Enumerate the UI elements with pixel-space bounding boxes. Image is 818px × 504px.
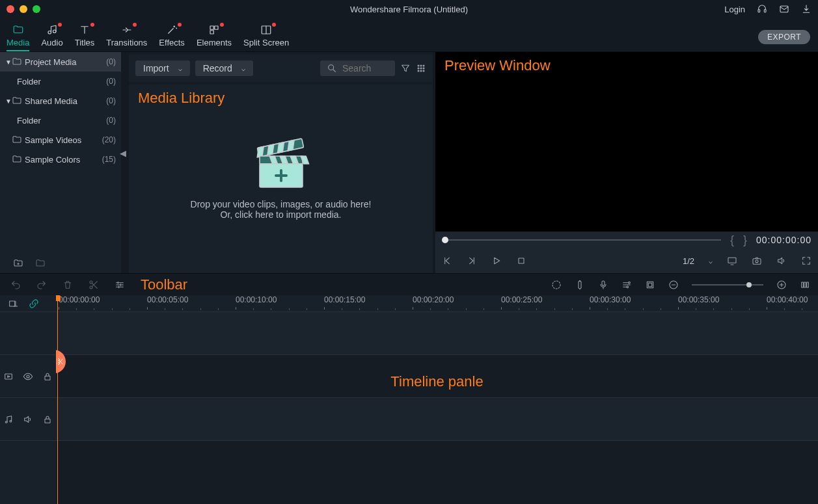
timeline-track[interactable] [56, 441, 818, 504]
tab-media[interactable]: Media [7, 24, 29, 51]
sidebar-item-count: (20) [102, 135, 116, 144]
svg-point-4 [53, 30, 57, 33]
svg-point-16 [418, 70, 419, 72]
add-track-icon[interactable] [8, 298, 18, 309]
lock-icon[interactable] [42, 371, 53, 382]
maximize-button[interactable] [33, 5, 40, 13]
filter-icon[interactable] [400, 63, 411, 73]
close-button[interactable] [7, 5, 14, 13]
display-icon[interactable] [727, 256, 737, 266]
fullscreen-icon[interactable] [801, 256, 811, 266]
sidebar-item-project-media[interactable]: ▼ Project Media (0) [0, 52, 121, 72]
headset-icon[interactable] [757, 4, 767, 14]
tab-transitions[interactable]: Transitions [106, 24, 147, 51]
tab-titles[interactable]: Titles [75, 24, 95, 51]
sidebar-item-sample-videos[interactable]: Sample Videos (20) [0, 130, 121, 150]
media-drop-zone[interactable]: Media Library Drop your video clips, ima… [129, 85, 433, 273]
chevron-down-icon: ▼ [5, 59, 12, 66]
redo-icon[interactable] [36, 280, 47, 290]
zoom-slider[interactable] [692, 284, 763, 285]
preview-canvas[interactable]: Preview Window [435, 52, 818, 232]
sidebar-item-label: Project Media [25, 57, 76, 67]
tab-audio[interactable]: Audio [41, 24, 62, 51]
tab-split-screen[interactable]: Split Screen [243, 24, 289, 51]
collapse-sidebar-handle[interactable]: ◀ [120, 148, 126, 158]
svg-point-52 [10, 420, 12, 422]
folder-icon[interactable] [35, 258, 46, 269]
sidebar-item-sample-colors[interactable]: Sample Colors (15) [0, 150, 121, 169]
mark-out-icon[interactable]: } [743, 233, 747, 247]
mark-in-icon[interactable]: { [730, 233, 734, 247]
audio-mixer-icon[interactable] [621, 280, 632, 290]
annotation-preview: Preview Window [444, 57, 551, 74]
video-track-icon[interactable] [3, 371, 14, 382]
crop-icon[interactable] [645, 280, 655, 290]
snapshot-icon[interactable] [752, 256, 762, 266]
svg-point-13 [418, 68, 419, 69]
record-dropdown[interactable]: Record ⌵ [195, 60, 253, 76]
delete-icon[interactable] [62, 280, 73, 290]
tab-effects[interactable]: Effects [159, 24, 185, 51]
login-link[interactable]: Login [724, 5, 745, 14]
import-dropdown[interactable]: Import ⌵ [135, 60, 190, 76]
sidebar-item-folder[interactable]: Folder (0) [0, 72, 121, 91]
mail-icon[interactable] [779, 4, 789, 14]
svg-point-38 [629, 282, 631, 284]
sidebar-item-shared-media[interactable]: ▼ Shared Media (0) [0, 91, 121, 111]
tab-label: Media [7, 38, 29, 47]
svg-rect-37 [602, 281, 605, 285]
zoom-ratio[interactable]: 1/2 [683, 256, 694, 266]
sidebar-item-folder[interactable]: Folder (0) [0, 111, 121, 130]
render-icon[interactable] [551, 280, 562, 290]
svg-rect-6 [215, 26, 218, 29]
download-icon[interactable] [801, 4, 811, 14]
playhead[interactable] [57, 295, 58, 504]
lock-icon[interactable] [42, 414, 53, 425]
mute-icon[interactable] [23, 414, 33, 425]
timeline-track[interactable] [56, 312, 818, 355]
timeline-ruler[interactable]: 00:00:00:0000:00:05:0000:00:10:0000:00:1… [56, 295, 818, 312]
marker-icon[interactable] [575, 280, 585, 290]
svg-point-49 [27, 375, 29, 378]
minimize-button[interactable] [20, 5, 27, 13]
timeline-tracks[interactable]: 00:00:00:0000:00:05:0000:00:10:0000:00:1… [56, 295, 818, 504]
link-icon[interactable] [29, 298, 39, 309]
zoom-fit-icon[interactable] [800, 280, 810, 290]
zoom-out-icon[interactable] [668, 280, 679, 290]
tab-label: Effects [159, 38, 185, 47]
preview-scrubber[interactable] [442, 239, 721, 241]
svg-rect-7 [210, 31, 213, 34]
undo-icon[interactable] [10, 280, 21, 290]
export-button[interactable]: EXPORT [758, 30, 810, 44]
zoom-in-icon[interactable] [776, 280, 787, 290]
timecode: 00:00:00:00 [756, 235, 811, 245]
search-box[interactable] [320, 60, 395, 76]
timeline-panel: 00:00:00:0000:00:05:0000:00:10:0000:00:1… [0, 295, 818, 504]
timeline-track[interactable] [56, 398, 818, 441]
svg-rect-48 [5, 374, 12, 379]
ruler-tick: 00:00:05:00 [147, 295, 188, 304]
sidebar-item-count: (0) [106, 116, 116, 125]
ruler-tick: 00:00:30:00 [590, 295, 631, 304]
sidebar-item-count: (15) [102, 155, 116, 164]
split-icon[interactable] [89, 280, 99, 290]
prev-frame-icon[interactable] [442, 256, 452, 266]
visibility-icon[interactable] [23, 371, 33, 382]
search-icon [327, 63, 337, 73]
next-frame-icon[interactable] [467, 256, 477, 266]
volume-icon[interactable] [776, 256, 787, 266]
adjust-icon[interactable] [115, 280, 125, 290]
new-folder-icon[interactable] [13, 258, 23, 269]
chevron-down-icon[interactable]: ⌵ [709, 258, 713, 265]
sidebar-item-count: (0) [106, 57, 116, 66]
voiceover-icon[interactable] [598, 280, 608, 290]
grid-view-icon[interactable] [416, 63, 426, 73]
stop-icon[interactable] [516, 256, 526, 266]
annotation-timeline: Timeline panle [390, 373, 483, 390]
audio-track-icon[interactable] [3, 414, 14, 425]
play-icon[interactable] [491, 256, 502, 266]
search-input[interactable] [342, 63, 388, 73]
tab-elements[interactable]: Elements [197, 24, 232, 51]
tab-label: Split Screen [243, 38, 289, 47]
svg-rect-45 [804, 282, 806, 287]
